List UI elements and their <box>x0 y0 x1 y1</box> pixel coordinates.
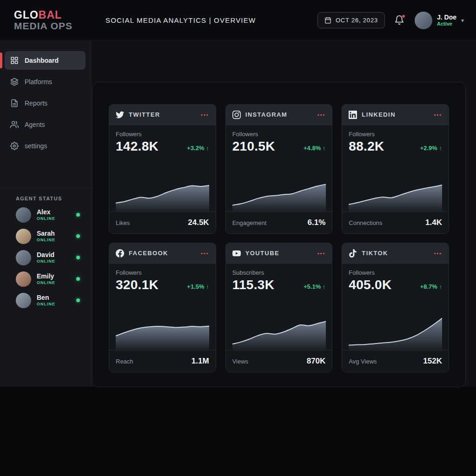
platform-name: TWITTER <box>129 111 160 118</box>
card-menu-button[interactable]: ••• <box>434 251 442 256</box>
platform-card-tiktok: TIKTOK ••• Followers 405.0K +8.7% ↑ Avg … <box>342 243 449 372</box>
platform-name: INSTAGRAM <box>245 111 287 118</box>
sidebar-item-label: Dashboard <box>25 57 59 64</box>
trend-up-icon: ↑ <box>206 145 209 152</box>
agent-list-item[interactable]: BenONLINE <box>0 290 91 311</box>
agent-name: Alex <box>37 208 55 217</box>
notifications-button[interactable] <box>394 15 405 26</box>
sidebar-item-platforms[interactable]: Platforms <box>5 73 86 91</box>
sidebar-item-agents[interactable]: Agents <box>5 115 86 134</box>
metric-label: Followers <box>116 269 209 276</box>
youtube-icon <box>232 249 241 258</box>
avatar <box>16 250 31 265</box>
report-document-icon <box>10 99 19 107</box>
agent-list: AlexONLINE SarahONLINE DavidONLINE Emily… <box>0 204 91 311</box>
user-menu[interactable]: J. Doe Active ▾ <box>415 12 464 29</box>
agent-name: Sarah <box>37 230 55 238</box>
gear-icon <box>10 142 19 150</box>
trend-up-icon: ↑ <box>323 145 326 152</box>
sidebar-item-label: settings <box>25 142 47 150</box>
date-picker-button[interactable]: OCT 26, 2023 <box>317 12 385 28</box>
card-menu-button[interactable]: ••• <box>317 251 326 256</box>
card-body: Followers 405.0K +8.7% ↑ <box>342 264 449 350</box>
footer-metric-label: Engagement <box>232 219 267 226</box>
metric-label: Followers <box>349 269 442 276</box>
avatar <box>16 271 31 287</box>
online-status-dot <box>76 256 80 259</box>
platform-name: TIKTOK <box>362 250 388 257</box>
metric-value: 210.5K <box>232 139 275 154</box>
logo-part1: GLO <box>14 9 39 21</box>
footer-metric-value: 152K <box>423 357 442 366</box>
card-menu-button[interactable]: ••• <box>201 112 209 118</box>
metric-change: +2.9% ↑ <box>420 145 442 154</box>
agent-list-item[interactable]: DavidONLINE <box>0 247 91 268</box>
platform-card-youtube: YOUTUBE ••• Subscribers 115.3K +5.1% ↑ V… <box>225 243 333 372</box>
user-meta: J. Doe Active <box>437 13 456 27</box>
sparkline-chart <box>116 172 209 212</box>
page-title: SOCIAL MEDIA ANALYTICS | OVERVIEW <box>106 16 256 24</box>
agent-name: Ben <box>37 294 55 302</box>
instagram-icon <box>232 111 241 119</box>
card-menu-button[interactable]: ••• <box>434 112 442 118</box>
metric-label: Followers <box>116 131 209 138</box>
agent-status: ONLINE <box>37 280 55 285</box>
app-window: GLOBAL MEDIA OPS SOCIAL MEDIA ANALYTICS … <box>0 0 476 476</box>
metric-change: +8.7% ↑ <box>420 283 442 292</box>
sparkline-chart <box>116 311 209 350</box>
trend-up-icon: ↑ <box>439 145 443 152</box>
twitter-icon <box>116 111 124 119</box>
online-status-dot <box>76 234 80 238</box>
footer-metric-label: Views <box>232 358 248 365</box>
logo-line2: MEDIA OPS <box>14 20 92 31</box>
footer-metric-label: Likes <box>116 219 130 226</box>
sidebar-item-settings[interactable]: settings <box>5 137 86 155</box>
sidebar: Dashboard Platforms Reports Agents setti… <box>0 41 92 387</box>
agent-status: ONLINE <box>37 259 55 264</box>
card-footer: Avg Views 152K <box>342 350 449 372</box>
sidebar-item-reports[interactable]: Reports <box>5 94 86 112</box>
online-status-dot <box>76 213 80 217</box>
cards-grid: TWITTER ••• Followers 142.8K +3.2% ↑ Lik… <box>93 82 465 387</box>
metric-change: +1.5% ↑ <box>187 283 209 292</box>
logo-line1: GLOBAL <box>14 9 92 20</box>
sidebar-item-dashboard[interactable]: Dashboard <box>5 51 86 70</box>
card-body: Followers 320.1K +1.5% ↑ <box>109 264 216 350</box>
user-status: Active <box>437 21 456 27</box>
platform-name: YOUTUBE <box>245 250 279 257</box>
platform-name: FACEBOOK <box>129 250 168 257</box>
date-label: OCT 26, 2023 <box>336 17 378 24</box>
agent-name: Emily <box>37 272 55 281</box>
card-menu-button[interactable]: ••• <box>317 112 326 118</box>
platform-name: LINKEDIN <box>362 111 396 118</box>
sparkline-chart <box>349 172 442 212</box>
card-menu-button[interactable]: ••• <box>201 251 209 256</box>
metric-label: Followers <box>232 131 326 138</box>
metric-value: 320.1K <box>116 278 159 292</box>
agent-list-item[interactable]: EmilyONLINE <box>0 268 91 290</box>
footer-metric-value: 1.4K <box>425 218 442 227</box>
metric-change: +4.8% ↑ <box>304 145 325 154</box>
card-body: Followers 142.8K +3.2% ↑ <box>109 125 216 212</box>
sparkline-chart <box>349 311 442 350</box>
agent-list-item[interactable]: AlexONLINE <box>0 204 91 225</box>
sidebar-nav: Dashboard Platforms Reports Agents setti… <box>0 51 91 155</box>
card-header: FACEBOOK ••• <box>109 243 216 264</box>
agent-list-item[interactable]: SarahONLINE <box>0 225 91 247</box>
metric-change: +5.1% ↑ <box>304 283 325 292</box>
top-header: GLOBAL MEDIA OPS SOCIAL MEDIA ANALYTICS … <box>0 0 476 41</box>
agent-status: ONLINE <box>37 238 55 243</box>
footer-metric-value: 6.1% <box>308 218 326 227</box>
online-status-dot <box>76 277 80 281</box>
metric-value: 115.3K <box>232 278 275 292</box>
metric-change: +3.2% ↑ <box>187 145 209 154</box>
sidebar-item-label: Agents <box>25 121 45 128</box>
card-footer: Reach 1.1M <box>109 350 216 372</box>
card-header: INSTAGRAM ••• <box>226 105 332 125</box>
sparkline-chart <box>232 311 326 350</box>
metric-label: Subscribers <box>232 269 326 276</box>
platform-card-facebook: FACEBOOK ••• Followers 320.1K +1.5% ↑ Re… <box>109 243 216 372</box>
agent-status: ONLINE <box>37 302 55 307</box>
avatar <box>16 293 31 308</box>
agent-status-title: AGENT STATUS <box>0 188 91 204</box>
